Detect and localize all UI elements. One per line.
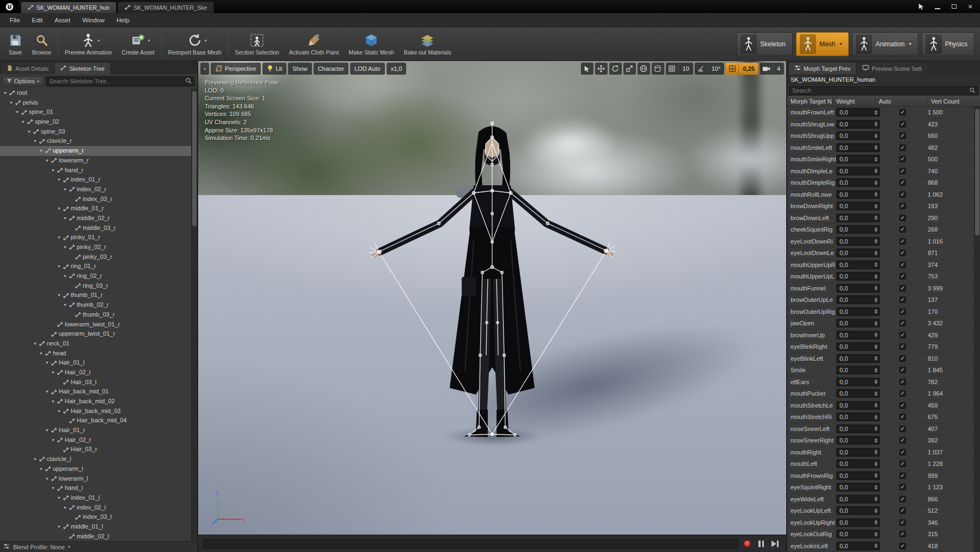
expander-icon[interactable]: ▼ xyxy=(38,349,44,359)
spinner-icon[interactable] xyxy=(874,262,879,267)
options-button[interactable]: Options ▾ xyxy=(2,76,44,87)
tab-skeleton-tree[interactable]: Skeleton Tree xyxy=(55,63,110,74)
scale-tool-icon[interactable] xyxy=(623,63,636,75)
weight-input[interactable]: 0,0 xyxy=(836,178,880,187)
bone-row-index_03_r[interactable]: ▼ index_03_r xyxy=(0,195,191,204)
bone-row-thumb_02_r[interactable]: ▼ thumb_02_r xyxy=(0,300,191,310)
viewport-options-dropdown[interactable]: ▾ xyxy=(200,63,209,75)
bone-row-hand_l[interactable]: ▼ hand_l xyxy=(0,483,191,493)
expander-icon[interactable]: ▼ xyxy=(44,474,50,484)
morph-row[interactable]: mouthStretchRi 0,0 ✓ 675 xyxy=(787,411,974,423)
bone-row-ring_03_r[interactable]: ▼ ring_03_r xyxy=(0,281,191,291)
bone-row-Hair_back_mid_02[interactable]: ▼ Hair_back_mid_02 xyxy=(0,397,191,407)
expander-icon[interactable]: ▼ xyxy=(44,358,50,368)
auto-checkbox[interactable]: ✓ xyxy=(899,262,906,268)
bone-row-middle_01_r[interactable]: ▼ middle_01_r xyxy=(0,204,191,214)
tab-morph-target-prev[interactable]: Morph Target Prev xyxy=(789,63,856,74)
spinner-icon[interactable] xyxy=(874,356,879,361)
weight-input[interactable]: 0,0 xyxy=(836,401,880,410)
auto-checkbox[interactable]: ✓ xyxy=(899,449,906,456)
mode-skeleton-button[interactable]: Skeleton xyxy=(737,32,793,56)
select-tool-icon[interactable] xyxy=(581,63,593,75)
blend-profile-bar[interactable]: Blend Profile: None ▾ xyxy=(0,541,197,552)
auto-checkbox[interactable]: ✓ xyxy=(899,343,906,350)
bone-row-thumb_03_r[interactable]: ▼ thumb_03_r xyxy=(0,310,191,320)
surface-snap-icon[interactable] xyxy=(652,63,664,75)
auto-checkbox[interactable]: ✓ xyxy=(899,484,906,490)
bone-row-Hair_back_mid_03[interactable]: ▼ Hair_back_mid_03 xyxy=(0,407,191,416)
morph-row[interactable]: eyeSquintRight 0,0 ✓ 1 123 xyxy=(787,482,974,494)
morph-row[interactable]: noseSneerRight 0,0 ✓ 392 xyxy=(787,435,974,447)
morph-row[interactable]: eyeLootDownLe 0,0 ✓ 871 xyxy=(787,247,974,259)
weight-input[interactable]: 0,0 xyxy=(836,389,880,398)
mode-animation-button[interactable]: Animation ▾ xyxy=(852,32,918,56)
close-button[interactable]: ✕ xyxy=(963,1,978,12)
rotation-snap-value[interactable]: 10° xyxy=(707,63,725,75)
bone-row-Hair_02_r[interactable]: ▼ Hair_02_r xyxy=(0,435,191,445)
weight-input[interactable]: 0,0 xyxy=(836,225,880,234)
weight-input[interactable]: 0,0 xyxy=(836,471,880,480)
morph-row[interactable]: mouthFrownLeft 0,0 ✓ 1 500 xyxy=(787,107,974,119)
world-coordinate-icon[interactable] xyxy=(638,63,650,75)
spinner-icon[interactable] xyxy=(874,391,879,396)
bone-row-upperarm_r[interactable]: ▼ upperarm_r xyxy=(0,146,191,156)
spinner-icon[interactable] xyxy=(874,462,879,466)
weight-input[interactable]: 0,0 xyxy=(836,272,880,281)
column-morph-target-name[interactable]: Morph Target N xyxy=(787,98,833,105)
spinner-icon[interactable] xyxy=(874,227,879,232)
bone-row-index_02_r[interactable]: ▼ index_02_r xyxy=(0,185,191,195)
auto-checkbox[interactable]: ✓ xyxy=(899,367,906,373)
morph-row[interactable]: cheekSquintRig 0,0 ✓ 268 xyxy=(787,224,974,236)
expander-icon[interactable]: ▼ xyxy=(56,493,62,503)
bone-row-spine_03[interactable]: ▼ spine_03 xyxy=(0,127,191,137)
character-mesh[interactable] xyxy=(367,116,617,448)
vp-x1-0-button[interactable]: x1,0 xyxy=(387,63,407,75)
weight-input[interactable]: 0,0 xyxy=(836,483,880,492)
expander-icon[interactable]: ▼ xyxy=(32,136,38,146)
translate-tool-icon[interactable] xyxy=(595,63,608,75)
auto-checkbox[interactable]: ✓ xyxy=(899,203,906,209)
morph-row[interactable]: mouthRollLowe 0,0 ✓ 1 062 xyxy=(787,189,974,201)
auto-checkbox[interactable]: ✓ xyxy=(899,426,906,432)
spinner-icon[interactable] xyxy=(874,157,879,162)
expander-icon[interactable]: ▼ xyxy=(56,233,62,242)
weight-input[interactable]: 0,0 xyxy=(836,167,880,175)
weight-input[interactable]: 0,0 xyxy=(836,284,880,293)
spinner-icon[interactable] xyxy=(874,496,879,501)
weight-input[interactable]: 0,0 xyxy=(836,459,880,468)
morph-row[interactable]: mouthPucker 0,0 ✓ 1 964 xyxy=(787,388,974,400)
morph-scrollbar[interactable] xyxy=(974,107,980,552)
weight-input[interactable]: 0,0 xyxy=(836,495,880,504)
expander-icon[interactable]: ▼ xyxy=(62,503,68,513)
auto-checkbox[interactable]: ✓ xyxy=(899,285,906,292)
bone-row-Hair_back_mid_01[interactable]: ▼ Hair_back_mid_01 xyxy=(0,387,191,397)
spinner-icon[interactable] xyxy=(874,134,879,138)
auto-checkbox[interactable]: ✓ xyxy=(899,226,906,233)
expander-icon[interactable]: ▼ xyxy=(14,107,20,117)
auto-checkbox[interactable]: ✓ xyxy=(899,543,906,549)
weight-input[interactable]: 0,0 xyxy=(836,120,880,129)
spinner-icon[interactable] xyxy=(874,204,879,209)
weight-input[interactable]: 0,0 xyxy=(836,542,880,550)
expander-icon[interactable]: ▼ xyxy=(50,435,56,445)
morph-row[interactable]: eyeWideLeft 0,0 ✓ 866 xyxy=(787,494,974,506)
menu-help[interactable]: Help xyxy=(111,15,135,26)
bone-row-Hair_01_r[interactable]: ▼ Hair_01_r xyxy=(0,426,191,435)
morph-row[interactable]: mouthUpperUpL 0,0 ✓ 753 xyxy=(787,271,974,283)
bake-out-materials-button[interactable]: Bake out Materials xyxy=(399,27,456,60)
spinner-icon[interactable] xyxy=(874,543,879,548)
auto-checkbox[interactable]: ✓ xyxy=(899,144,906,151)
tree-scrollbar-thumb[interactable] xyxy=(192,91,197,226)
bone-row-clavicle_l[interactable]: ▼ clavicle_l xyxy=(0,454,191,464)
spinner-icon[interactable] xyxy=(874,145,879,150)
camera-speed-value[interactable]: 4 xyxy=(773,63,784,75)
weight-input[interactable]: 0,0 xyxy=(836,260,880,269)
bone-row-pinky_03_r[interactable]: ▼ pinky_03_r xyxy=(0,252,191,262)
viewport[interactable]: ▾ Perspective Lit Show Character LOD Aut… xyxy=(198,61,786,552)
vp-show-button[interactable]: Show xyxy=(288,63,312,75)
bone-row-Hair_03_l[interactable]: ▼ Hair_03_l xyxy=(0,378,191,387)
expander-icon[interactable]: ▼ xyxy=(50,166,56,175)
morph-row[interactable]: mouthUpperUpR 0,0 ✓ 374 xyxy=(787,259,974,271)
auto-checkbox[interactable]: ✓ xyxy=(899,109,906,116)
bone-row-root[interactable]: ▼ root xyxy=(0,88,191,98)
